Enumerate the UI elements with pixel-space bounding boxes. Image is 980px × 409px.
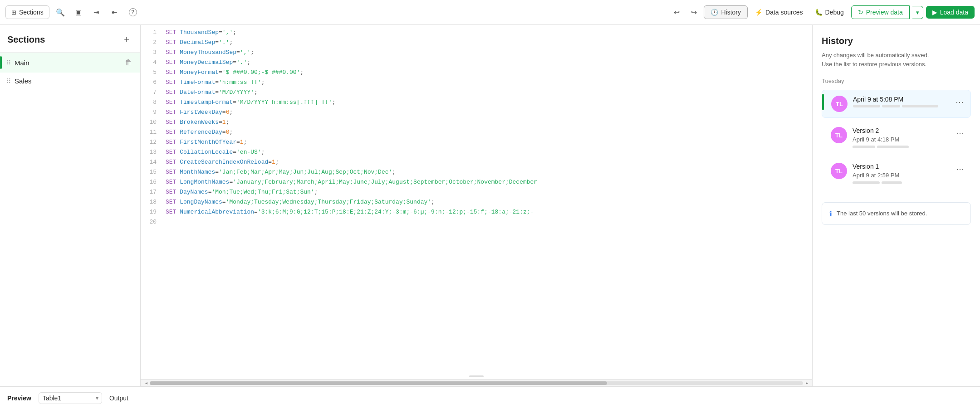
code-line[interactable]: 11SET ReferenceDay=0; [141, 128, 812, 138]
line-number: 8 [141, 99, 166, 106]
debug-button[interactable]: 🐛 Debug [810, 6, 848, 19]
line-content: SET CollationLocale='en-US'; [166, 149, 265, 156]
code-line[interactable]: 18SET LongDayNames='Monday;Tuesday;Wedne… [141, 198, 812, 208]
history-item-v1[interactable]: TLVersion 1April 9 at 2:59 PM⋯ [822, 157, 971, 190]
history-bar [882, 105, 900, 107]
code-line[interactable]: 1SET ThousandSep=','; [141, 29, 812, 39]
indent-icon: ⇥ [93, 8, 99, 16]
redo-icon: ↪ [691, 8, 697, 17]
sidebar-item-sales[interactable]: ⠿Sales [0, 73, 140, 89]
line-number: 14 [141, 159, 166, 166]
history-item-v2[interactable]: TLVersion 2April 9 at 4:18 PM⋯ [822, 122, 971, 154]
history-description: Any changes will be automatically saved.… [822, 51, 971, 68]
load-data-label: Load data [940, 9, 968, 16]
line-number: 15 [141, 169, 166, 175]
preview-tab-button[interactable]: Preview [7, 394, 31, 402]
history-item-more-button[interactable]: ⋯ [953, 96, 966, 108]
scroll-right-arrow[interactable]: ▸ [803, 380, 810, 387]
code-line[interactable]: 16SET LongMonthNames='January;February;M… [141, 178, 812, 188]
drag-handle-icon[interactable]: ⠿ [6, 59, 11, 66]
code-line[interactable]: 20 [141, 218, 812, 228]
editor-area: 1SET ThousandSep=',';2SET DecimalSep='.'… [141, 25, 812, 386]
code-line[interactable]: 4SET MoneyDecimalSep='.'; [141, 58, 812, 68]
code-line[interactable]: 12SET FirstMonthOfYear=1; [141, 138, 812, 148]
drag-handle-icon[interactable]: ⠿ [6, 78, 11, 85]
code-line[interactable]: 10SET BrokenWeeks=1; [141, 118, 812, 128]
code-line[interactable]: 5SET MoneyFormat='$ ###0.00;-$ ###0.00'; [141, 68, 812, 78]
horizontal-scrollbar[interactable]: ◂ ▸ [141, 379, 812, 386]
data-sources-icon: ⚡ [755, 9, 763, 16]
line-content: SET ReferenceDay=0; [166, 129, 233, 136]
sections-button-label: Sections [19, 9, 44, 16]
history-avatar: TL [831, 163, 847, 179]
sections-button[interactable]: ⊞ Sections [5, 5, 49, 19]
code-line[interactable]: 17SET DayNames='Mon;Tue;Wed;Thu;Fri;Sat;… [141, 188, 812, 198]
scroll-track[interactable] [150, 381, 803, 385]
sidebar-item-label-sales: Sales [15, 77, 134, 85]
line-content: SET DecimalSep='.'; [166, 39, 233, 46]
line-number: 19 [141, 209, 166, 215]
code-line[interactable]: 2SET DecimalSep='.'; [141, 39, 812, 49]
redo-button[interactable]: ↪ [686, 5, 701, 19]
undo-button[interactable]: ↩ [669, 5, 684, 19]
code-line[interactable]: 6SET TimeFormat='h:mm:ss TT'; [141, 78, 812, 88]
delete-section-main[interactable]: 🗑 [123, 57, 134, 68]
preview-data-button[interactable]: ↻ Preview data [851, 5, 910, 19]
active-indicator [0, 56, 2, 69]
add-section-button[interactable]: + [120, 33, 133, 46]
search-icon: 🔍 [56, 8, 65, 17]
comment-button[interactable]: ▣ [71, 5, 86, 19]
history-bar [877, 146, 909, 148]
code-editor[interactable]: 1SET ThousandSep=',';2SET DecimalSep='.'… [141, 25, 812, 374]
history-item-title: Version 2 [853, 127, 948, 134]
help-button[interactable]: ? [126, 5, 140, 19]
line-number: 1 [141, 29, 166, 36]
line-content: SET LongMonthNames='January;February;Mar… [166, 179, 537, 185]
code-line[interactable]: 9SET FirstWeekDay=6; [141, 108, 812, 118]
toolbar-left: ⊞ Sections 🔍 ▣ ⇥ ⇤ ? [5, 5, 140, 19]
table-select[interactable]: Table1 [39, 392, 102, 404]
scroll-left-arrow[interactable]: ◂ [142, 380, 150, 387]
line-number: 6 [141, 79, 166, 86]
line-content: SET TimestampFormat='M/D/YYYY h:mm:ss[.f… [166, 99, 336, 106]
history-title: History [822, 36, 971, 46]
history-item-current[interactable]: TLApril 9 at 5:08 PM⋯ [822, 90, 971, 118]
resize-handle[interactable] [141, 374, 812, 379]
line-number: 20 [141, 219, 166, 225]
comment-icon: ▣ [75, 8, 82, 16]
history-item-info: April 9 at 5:08 PM [853, 96, 948, 107]
code-line[interactable]: 8SET TimestampFormat='M/D/YYYY h:mm:ss[.… [141, 98, 812, 108]
current-version-indicator [822, 94, 824, 110]
code-line[interactable]: 19SET NumericalAbbreviation='3:k;6:M;9:G… [141, 208, 812, 218]
sections-panel-icon: ⊞ [11, 9, 16, 16]
indent-button[interactable]: ⇥ [89, 5, 104, 19]
table-select-wrapper: Table1 [39, 392, 102, 404]
history-item-more-button[interactable]: ⋯ [954, 127, 966, 140]
preview-data-dropdown[interactable]: ▾ [912, 6, 923, 19]
search-button[interactable]: 🔍 [53, 5, 68, 19]
history-button-label: History [721, 9, 741, 16]
code-line[interactable]: 15SET MonthNames='Jan;Feb;Mar;Apr;May;Ju… [141, 168, 812, 178]
history-info-text: The last 50 versions will be stored. [837, 209, 927, 218]
line-number: 11 [141, 129, 166, 136]
code-line[interactable]: 13SET CollationLocale='en-US'; [141, 148, 812, 158]
code-line[interactable]: 14SET CreateSearchIndexOnReload=1; [141, 158, 812, 168]
output-tab-label: Output [109, 394, 128, 402]
history-item-info: Version 1April 9 at 2:59 PM [853, 163, 948, 184]
history-item-more-button[interactable]: ⋯ [954, 163, 966, 175]
code-line[interactable]: 3SET MoneyThousandSep=','; [141, 49, 812, 58]
data-sources-button[interactable]: ⚡ Data sources [750, 6, 807, 19]
load-data-icon: ▶ [932, 9, 937, 16]
chevron-down-icon: ▾ [916, 9, 919, 16]
undo-icon: ↩ [674, 8, 680, 17]
line-content: SET TimeFormat='h:mm:ss TT'; [166, 79, 265, 86]
output-tab-button[interactable]: Output [109, 394, 128, 402]
code-line[interactable]: 7SET DateFormat='M/D/YYYY'; [141, 88, 812, 98]
history-item-bars [853, 181, 948, 184]
sidebar-item-main[interactable]: ⠿Main🗑 [0, 53, 140, 73]
history-icon: 🕐 [710, 9, 718, 16]
outdent-button[interactable]: ⇤ [108, 5, 122, 19]
history-item-bars [853, 105, 948, 107]
load-data-button[interactable]: ▶ Load data [926, 6, 975, 19]
history-button[interactable]: 🕐 History [704, 5, 748, 19]
